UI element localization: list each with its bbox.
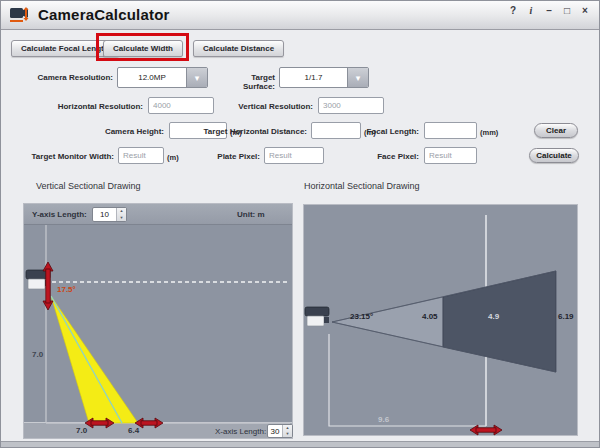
width-near-label: 4.05 (422, 312, 438, 321)
camera-height-label: Camera Height: (61, 127, 164, 136)
chevron-down-icon[interactable]: ▾ (347, 68, 368, 87)
chevron-down-icon[interactable]: ▾ (186, 68, 207, 87)
focal-length-unit: (mm) (480, 128, 498, 137)
active-tab-highlight (96, 33, 189, 61)
app-title: CameraCalculator (38, 6, 170, 23)
target-horizontal-distance-label: Target Horizontal Distance: (186, 127, 307, 136)
x-axis-length-value: 30 (268, 425, 282, 437)
focal-length-input[interactable] (424, 122, 477, 139)
face-pixel-label: Face Pixel: (364, 152, 419, 161)
width-far-label: 6.19 (558, 312, 574, 321)
target-width-arrow[interactable] (470, 425, 502, 435)
minimize-button[interactable]: – (543, 4, 555, 18)
camera-icon (26, 270, 50, 289)
view-cone-near (332, 297, 443, 347)
stepper-down-icon[interactable]: ▼ (117, 215, 126, 222)
camera-resolution-value: 12.0MP (118, 68, 186, 87)
help-icon[interactable]: ? (507, 4, 519, 18)
y-tick-label: 7.0 (32, 350, 43, 359)
horizontal-resolution-label: Horizontal Resolution: (21, 102, 143, 111)
x-axis-length-stepper[interactable]: 30 ▲▼ (267, 424, 293, 438)
y-axis-length-label: Y-axis Length: (32, 210, 87, 219)
title-bar: CameraCalculator ? i – □ × (1, 1, 599, 30)
window-controls: ? i – □ × (507, 4, 591, 18)
target-surface-value: 1/1.7 (280, 68, 347, 87)
vertical-sectional-drawing-panel: Y-axis Length: 10 ▲▼ Unit: m 17.5° 7.0 7… (23, 203, 293, 439)
camera-logo-icon (9, 5, 33, 25)
calculate-button[interactable]: Calculate (529, 148, 579, 163)
y-axis-length-value: 10 (93, 208, 116, 221)
ground-width-label: 6.4 (128, 426, 139, 435)
camera-icon (305, 307, 329, 326)
target-surface-label: Target Surface: (217, 73, 275, 91)
y-axis-length-stepper[interactable]: 10 ▲▼ (92, 207, 127, 222)
horizontal-angle-label: 23.15° (350, 312, 373, 321)
camera-resolution-label: Camera Resolution: (21, 73, 113, 82)
x-axis-length-label: X-axis Length: (215, 427, 266, 436)
app-window: CameraCalculator ? i – □ × Calculate Foc… (0, 0, 600, 448)
maximize-button[interactable]: □ (561, 4, 573, 18)
unit-label: Unit: m (237, 210, 265, 219)
target-monitor-width-input[interactable] (118, 147, 164, 164)
close-button[interactable]: × (579, 4, 591, 18)
vertical-resolution-input[interactable] (318, 97, 384, 114)
clear-button[interactable]: Clear (534, 123, 578, 138)
vertical-angle-label: 17.5° (57, 285, 76, 294)
vertical-resolution-label: Vertical Resolution: (201, 102, 313, 111)
distance-label: 9.6 (378, 415, 389, 424)
camera-resolution-select[interactable]: 12.0MP ▾ (117, 67, 208, 88)
cone-lower-edge (332, 322, 556, 372)
focal-length-label: Focal Length: (351, 127, 419, 136)
target-monitor-width-unit: (m) (167, 153, 179, 162)
height-measure-arrow[interactable] (43, 262, 53, 310)
window-bottom-edge (1, 441, 599, 447)
horizontal-drawing-title: Horizontal Sectional Drawing (304, 181, 420, 191)
width-mid-label: 4.9 (488, 312, 499, 321)
ground-near-label: 7.0 (76, 426, 87, 435)
plate-pixel-input[interactable] (264, 147, 324, 164)
horizontal-drawing-canvas (304, 205, 579, 437)
distance-baseline (329, 334, 486, 426)
tab-calculate-distance[interactable]: Calculate Distance (193, 40, 284, 57)
plate-pixel-label: Plate Pixel: (201, 152, 260, 161)
face-pixel-input[interactable] (424, 147, 477, 164)
target-monitor-width-label: Target Monitor Width: (21, 152, 114, 161)
cone-center-line (51, 296, 122, 423)
info-icon[interactable]: i (525, 4, 537, 18)
target-surface-select[interactable]: 1/1.7 ▾ (279, 67, 369, 88)
view-cone-far (443, 271, 556, 372)
vertical-drawing-title: Vertical Sectional Drawing (36, 181, 141, 191)
view-cone (51, 296, 138, 423)
stepper-down-icon[interactable]: ▼ (283, 431, 292, 437)
horizontal-sectional-drawing-panel: 23.15° 4.05 4.9 6.19 9.6 (303, 204, 578, 436)
vertical-drawing-canvas (24, 204, 294, 440)
